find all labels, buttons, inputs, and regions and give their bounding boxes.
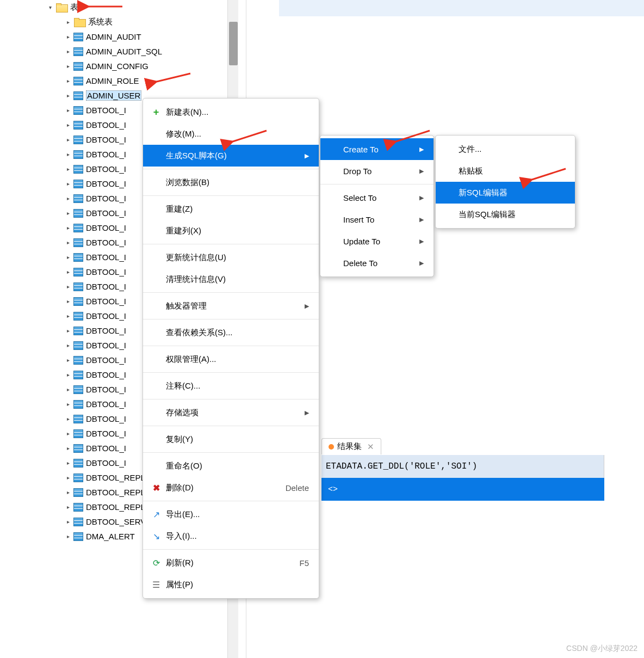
table-icon [73, 282, 83, 291]
menu-update-to[interactable]: Update To ▶ [320, 230, 434, 252]
chevron-right-icon: ▸ [64, 195, 72, 201]
menu-properties[interactable]: ☰ 属性(P) [143, 574, 319, 595]
table-icon [73, 194, 83, 203]
menu-browse[interactable]: 浏览数据(B) [143, 171, 319, 193]
tree-subfolder[interactable]: ▸ 系统表 [0, 15, 238, 29]
chevron-right-icon: ▸ [64, 357, 72, 363]
menu-modify[interactable]: 修改(M)... [143, 123, 319, 145]
menu-comment[interactable]: 注释(C)... [143, 375, 319, 397]
menu-refresh[interactable]: ⟳ 刷新(R) F5 [143, 552, 319, 574]
menu-update-stats[interactable]: 更新统计信息(U) [143, 247, 319, 268]
menu-rename[interactable]: 重命名(O) [143, 455, 319, 477]
table-icon [73, 444, 83, 453]
menu-view-deps[interactable]: 查看依赖关系(S)... [143, 322, 319, 343]
submenu-arrow-icon: ▶ [302, 303, 309, 310]
table-icon [73, 297, 83, 306]
menu-separator [143, 399, 319, 399]
table-icon [73, 473, 83, 482]
folder-open-icon [56, 3, 68, 12]
menu-separator [143, 319, 319, 319]
tree-root[interactable]: ▾ 表 [0, 0, 238, 15]
table-icon [73, 224, 83, 232]
chevron-right-icon: ▸ [64, 225, 72, 231]
result-tab[interactable]: 结果集 ✕ [321, 438, 381, 454]
tree-item-label: ADMIN_AUDIT [86, 32, 141, 41]
menu-new-sql-editor[interactable]: 新SQL编辑器 [436, 182, 575, 204]
folder-icon [74, 18, 86, 27]
tree-table-item[interactable]: ▸ADMIN_AUDIT_SQL [0, 44, 238, 59]
menu-rebuild[interactable]: 重建(Z) [143, 198, 319, 220]
menu-create-to[interactable]: Create To ▶ [320, 138, 434, 160]
chevron-right-icon: ▸ [64, 519, 72, 525]
menu-insert-to[interactable]: Insert To ▶ [320, 208, 434, 230]
menu-trigger-mgmt[interactable]: 触发器管理 ▶ [143, 295, 319, 317]
menu-separator [143, 244, 319, 244]
chevron-right-icon: ▸ [64, 107, 72, 113]
table-icon [73, 106, 83, 115]
table-icon [73, 312, 83, 321]
tree-item-label: ADMIN_ROLE [86, 76, 139, 85]
chevron-right-icon: ▸ [64, 313, 72, 319]
chevron-right-icon: ▸ [64, 342, 72, 348]
tree-item-label: DBTOOL_I [86, 370, 126, 379]
chevron-right-icon: ▸ [64, 386, 72, 392]
submenu-arrow-icon: ▶ [417, 194, 424, 201]
tree-item-label: DBTOOL_I [86, 194, 126, 203]
watermark: CSDN @小绿芽2022 [566, 644, 637, 654]
menu-import[interactable]: ↘ 导入(I)... [143, 525, 319, 547]
menu-new-table[interactable]: + 新建表(N)... [143, 101, 319, 123]
table-icon [73, 47, 83, 56]
chevron-right-icon: ▸ [64, 166, 72, 172]
menu-separator [143, 501, 319, 501]
chevron-down-icon: ▾ [46, 4, 54, 10]
table-icon [73, 488, 83, 497]
tree-item-label: DBTOOL_I [86, 429, 126, 438]
menu-file[interactable]: 文件... [436, 138, 575, 160]
menu-export[interactable]: ↗ 导出(E)... [143, 503, 319, 525]
table-icon [73, 415, 83, 423]
close-icon[interactable]: ✕ [367, 442, 374, 452]
table-icon [73, 268, 83, 276]
tree-table-item[interactable]: ▸ADMIN_CONFIG [0, 59, 238, 73]
submenu-arrow-icon: ▶ [417, 168, 424, 175]
table-icon [73, 503, 83, 512]
chevron-right-icon: ▸ [64, 489, 72, 495]
tree-item-label: DBTOOL_I [86, 414, 126, 423]
menu-copy[interactable]: 复制(Y) [143, 428, 319, 450]
menu-storage[interactable]: 存储选项 ▶ [143, 402, 319, 423]
table-icon [73, 136, 83, 144]
menu-delete[interactable]: ✖ 删除(D) Delete [143, 477, 319, 499]
chevron-right-icon: ▸ [64, 63, 72, 69]
sql-body[interactable]: <> [321, 478, 604, 501]
menu-separator [143, 372, 319, 373]
tree-table-item[interactable]: ▸ADMIN_ROLE [0, 73, 238, 88]
tree-table-item[interactable]: ▸ADMIN_AUDIT [0, 29, 238, 44]
chevron-right-icon: ▸ [64, 19, 72, 25]
chevron-right-icon: ▸ [64, 328, 72, 334]
table-icon [73, 121, 83, 130]
tree-item-label: DBTOOL_I [86, 267, 126, 276]
chevron-right-icon: ▸ [64, 210, 72, 216]
table-icon [73, 180, 83, 188]
table-icon [73, 327, 83, 335]
sql-header: ETADATA.GET_DDL('ROLE','SOI') [321, 455, 604, 478]
properties-icon: ☰ [150, 580, 163, 590]
chevron-right-icon: ▸ [64, 401, 72, 407]
chevron-right-icon: ▸ [64, 254, 72, 260]
menu-clear-stats[interactable]: 清理统计信息(V) [143, 268, 319, 290]
tree-item-label: DBTOOL_I [86, 385, 126, 394]
menu-rebuild-col[interactable]: 重建列(X) [143, 220, 319, 242]
menu-delete-to[interactable]: Delete To ▶ [320, 252, 434, 274]
submenu-arrow-icon: ▶ [417, 260, 424, 267]
menu-clipboard[interactable]: 粘贴板 [436, 160, 575, 182]
chevron-right-icon: ▸ [64, 78, 72, 84]
menu-drop-to[interactable]: Drop To ▶ [320, 160, 434, 182]
tree-item-label: DBTOOL_I [86, 399, 126, 409]
menu-gen-sql[interactable]: 生成SQL脚本(G) ▶ [143, 145, 319, 167]
table-icon [73, 209, 83, 218]
menu-perm-mgmt[interactable]: 权限管理(A)... [143, 348, 319, 370]
menu-current-sql-editor[interactable]: 当前SQL编辑器 [436, 204, 575, 225]
chevron-right-icon: ▸ [64, 284, 72, 290]
scrollbar-thumb[interactable] [229, 22, 238, 65]
menu-select-to[interactable]: Select To ▶ [320, 187, 434, 208]
